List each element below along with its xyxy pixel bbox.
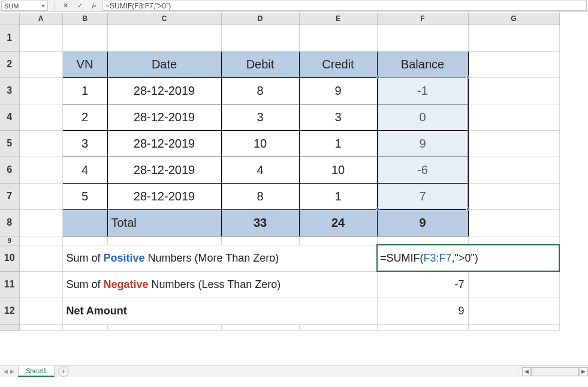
- cell[interactable]: [299, 324, 377, 330]
- row-header-9[interactable]: 9: [0, 236, 19, 245]
- row-header-8[interactable]: 8: [0, 209, 19, 236]
- table-row[interactable]: 28-12-2019: [107, 157, 221, 183]
- cell[interactable]: [19, 324, 62, 330]
- cell[interactable]: [19, 104, 62, 130]
- col-header-a[interactable]: A: [19, 13, 62, 25]
- cell[interactable]: [19, 245, 62, 271]
- table-header-debit[interactable]: Debit: [221, 51, 299, 77]
- cell[interactable]: [19, 51, 62, 77]
- formula-input[interactable]: =SUMIF(F3:F7,">0"): [102, 1, 587, 11]
- row-header-6[interactable]: 6: [0, 157, 19, 183]
- fx-icon[interactable]: fx: [89, 1, 99, 11]
- table-row[interactable]: 28-12-2019: [107, 104, 221, 130]
- cell[interactable]: [19, 157, 62, 183]
- table-row[interactable]: 0: [377, 104, 468, 130]
- row-header-12[interactable]: 12: [0, 298, 19, 324]
- cell[interactable]: [468, 209, 559, 236]
- row-header-4[interactable]: 4: [0, 104, 19, 130]
- table-row[interactable]: 9: [377, 130, 468, 157]
- cell[interactable]: [19, 77, 62, 104]
- sum-positive-label[interactable]: Sum of Positive Numbers (More Than Zero): [62, 245, 377, 271]
- cell[interactable]: [19, 130, 62, 157]
- cell[interactable]: [468, 183, 559, 209]
- table-row[interactable]: 1: [62, 77, 107, 104]
- table-row[interactable]: 3: [62, 130, 107, 157]
- col-header-e[interactable]: E: [299, 13, 377, 25]
- col-header-f[interactable]: F: [377, 13, 468, 25]
- cell[interactable]: [377, 25, 468, 51]
- cell[interactable]: [62, 236, 107, 245]
- row-header-11[interactable]: 11: [0, 271, 19, 298]
- cell[interactable]: [19, 183, 62, 209]
- row-header-7[interactable]: 7: [0, 183, 19, 209]
- cell[interactable]: [221, 25, 299, 51]
- cell[interactable]: [62, 324, 107, 330]
- row-header-1[interactable]: 1: [0, 25, 19, 51]
- table-row[interactable]: -1: [377, 77, 468, 104]
- grid[interactable]: A B C D E F G 1 2 VN Date Debit Credit: [0, 13, 588, 365]
- new-sheet-button[interactable]: +: [58, 366, 69, 377]
- row-header-2[interactable]: 2: [0, 51, 19, 77]
- net-amount-label[interactable]: Net Amount: [62, 298, 377, 324]
- total-balance[interactable]: 9: [377, 209, 468, 236]
- table-row[interactable]: 1: [299, 183, 377, 209]
- table-row[interactable]: 2: [62, 104, 107, 130]
- cell[interactable]: [468, 130, 559, 157]
- table-row[interactable]: 1: [299, 130, 377, 157]
- row-header-10[interactable]: 10: [0, 245, 19, 271]
- row-header-13[interactable]: [0, 324, 19, 330]
- table-header-credit[interactable]: Credit: [299, 51, 377, 77]
- table-header-date[interactable]: Date: [107, 51, 221, 77]
- col-header-d[interactable]: D: [221, 13, 299, 25]
- cell[interactable]: [221, 324, 299, 330]
- table-header-balance[interactable]: Balance: [377, 51, 468, 77]
- table-row[interactable]: 10: [221, 130, 299, 157]
- sum-negative-value[interactable]: -7: [377, 271, 468, 298]
- table-row[interactable]: 8: [221, 183, 299, 209]
- cell[interactable]: [468, 104, 559, 130]
- cell[interactable]: [221, 236, 299, 245]
- cell[interactable]: [19, 236, 62, 245]
- cell[interactable]: [468, 271, 559, 298]
- table-row[interactable]: 3: [221, 104, 299, 130]
- sheet-tab[interactable]: Sheet1: [18, 366, 55, 377]
- row-header-5[interactable]: 5: [0, 130, 19, 157]
- cell[interactable]: [299, 25, 377, 51]
- col-header-c[interactable]: C: [107, 13, 221, 25]
- cell[interactable]: [19, 25, 62, 51]
- active-formula-cell[interactable]: =SUMIF(F3:F7,">0"): [377, 245, 559, 271]
- cell[interactable]: [299, 236, 377, 245]
- cell[interactable]: [468, 324, 559, 330]
- net-amount-value[interactable]: 9: [377, 298, 468, 324]
- table-row[interactable]: 5: [62, 183, 107, 209]
- accept-formula-icon[interactable]: ✓: [75, 1, 85, 11]
- total-debit[interactable]: 33: [221, 209, 299, 236]
- scrollbar-track[interactable]: [531, 367, 579, 376]
- tab-nav-prev-icon[interactable]: ◀: [4, 368, 8, 374]
- cancel-formula-icon[interactable]: ✕: [61, 1, 70, 11]
- cell[interactable]: [19, 298, 62, 324]
- total-label[interactable]: Total: [107, 209, 221, 236]
- cell[interactable]: [62, 25, 107, 51]
- table-row[interactable]: -6: [377, 157, 468, 183]
- table-row[interactable]: 8: [221, 77, 299, 104]
- scroll-left-icon[interactable]: ◀: [522, 367, 531, 376]
- tab-nav-next-icon[interactable]: ▶: [10, 368, 14, 374]
- cell[interactable]: [468, 236, 559, 245]
- col-header-g[interactable]: G: [468, 13, 559, 25]
- table-row[interactable]: 10: [299, 157, 377, 183]
- table-row[interactable]: 4: [62, 157, 107, 183]
- cell[interactable]: [19, 209, 62, 236]
- cell[interactable]: [468, 298, 559, 324]
- total-blank[interactable]: [62, 209, 107, 236]
- table-row[interactable]: 7: [377, 183, 468, 209]
- cell[interactable]: [468, 51, 559, 77]
- select-all-corner[interactable]: [0, 13, 19, 25]
- total-credit[interactable]: 24: [299, 209, 377, 236]
- cell[interactable]: [468, 25, 559, 51]
- row-header-3[interactable]: 3: [0, 77, 19, 104]
- name-box[interactable]: SUM: [1, 1, 48, 11]
- table-header-vn[interactable]: VN: [62, 51, 107, 77]
- table-row[interactable]: 4: [221, 157, 299, 183]
- col-header-b[interactable]: B: [62, 13, 107, 25]
